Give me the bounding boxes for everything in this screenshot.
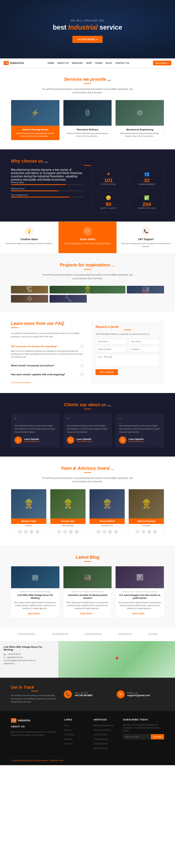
team-img-3: 👷 xyxy=(90,489,125,519)
testimonial-card-2: " Very professional Quisq ua lorem fucto… xyxy=(63,414,112,447)
nav-item-about[interactable]: About Us xyxy=(56,61,70,65)
footer-service-power[interactable]: Power & Energy xyxy=(94,733,117,736)
progress-items: Working ability Machine Power xyxy=(11,181,84,197)
nav-item-blog[interactable]: Blog xyxy=(104,61,113,65)
hero-section: We will provide the best Industrial serv… xyxy=(0,0,175,58)
google-icon[interactable]: g xyxy=(30,530,34,534)
quote-message-input[interactable] xyxy=(96,354,160,367)
project-card-5[interactable]: 🔧 xyxy=(49,295,87,303)
footer-service-chem[interactable]: Chemical Industry xyxy=(94,737,117,741)
google-icon-4[interactable]: g xyxy=(147,530,151,534)
project-card-3[interactable]: 🏭 xyxy=(127,286,164,293)
faq-question-2[interactable]: Where should I incorporate my business? … xyxy=(11,364,84,367)
logo-icon: 🏭 xyxy=(4,61,9,65)
map-pin-icon: 📍 xyxy=(113,656,120,663)
quote-submit-button[interactable]: Get a quote xyxy=(96,369,118,375)
faq-intro: You will find yourself working in a true… xyxy=(11,332,84,338)
twitter-icon-3[interactable]: t xyxy=(102,530,106,534)
quote-phone-input[interactable] xyxy=(96,346,127,352)
progress-working: Working ability xyxy=(11,181,84,185)
footer-service-mech[interactable]: Mechanical Engineering xyxy=(94,723,117,727)
nav-item-home[interactable]: Home xyxy=(46,61,56,65)
blog-card-1: 🏢 February 26 2018 · Business Technology… xyxy=(11,566,60,618)
quote-company-input[interactable] xyxy=(129,346,160,352)
feature-safety: 🛡 Super Safety Sed quis nisl risque eros… xyxy=(58,221,117,253)
feature-creative: 💡 Creative Ideas Sed quis nisl risque er… xyxy=(0,221,58,253)
team-name-1: Margerie Hyde xyxy=(11,519,46,524)
faq-toggle-3[interactable]: + xyxy=(80,373,84,376)
hero-cta-button[interactable]: Learn More + xyxy=(72,36,103,43)
phone-icon: 📞 xyxy=(4,653,6,655)
faq-toggle-1[interactable]: − xyxy=(80,345,84,348)
nav-item-contact[interactable]: Contact Us xyxy=(114,61,131,65)
read-more-2[interactable]: Read More → xyxy=(80,613,95,615)
nav-item-services[interactable]: Services xyxy=(70,61,84,65)
contact-info-panel: Loft Office With Vintage Decor For Worki… xyxy=(0,641,58,678)
footer-service-material[interactable]: Material Sourcing xyxy=(94,746,117,750)
nav-item-shop[interactable]: Shop xyxy=(84,61,94,65)
faq-question-1[interactable]: How to process the furniture for consult… xyxy=(11,345,84,348)
read-more-1[interactable]: Read More → xyxy=(28,613,42,615)
stat-number-rating: 101 xyxy=(104,178,113,183)
footer: 🏭 Industrio About us Many of our 80.5 re… xyxy=(0,711,175,765)
footer-service-civil[interactable]: Civil Engineering xyxy=(94,742,117,745)
google-icon-3[interactable]: g xyxy=(108,530,112,534)
why-description: Manufacturing industry became a key sect… xyxy=(11,168,84,181)
team-title: Team & Advisory board ... xyxy=(11,466,164,471)
linkedin-icon[interactable]: in xyxy=(35,530,40,534)
footer-service-petro[interactable]: Petroleum & Refinery xyxy=(94,728,117,732)
facebook-icon-3[interactable]: f xyxy=(96,530,101,534)
read-more-3[interactable]: Read More → xyxy=(133,613,147,615)
logo-text: Industrio xyxy=(10,61,24,65)
project-card-1[interactable]: 🏗 xyxy=(11,286,48,293)
testimonial-text-2: Very professional Quisq ua lorem fuctor … xyxy=(67,424,108,434)
shield-icon: 🛡 xyxy=(83,227,92,236)
facebook-icon[interactable]: f xyxy=(18,530,22,534)
partner-samafair: SAMAFAIR xyxy=(52,632,68,636)
twitter-icon-2[interactable]: t xyxy=(63,530,67,534)
linkedin-icon-3[interactable]: in xyxy=(114,530,118,534)
stat-label-rating: 5 Star Rating xyxy=(100,183,116,185)
footer-subscribe-text: Many of our 80.5 registered employees ar… xyxy=(123,723,164,732)
footer-link-about[interactable]: About Us xyxy=(64,728,88,732)
feature-support: 📞 24/7 Support Sed quis nisl risque eros… xyxy=(117,221,175,253)
footer-link-home[interactable]: Home xyxy=(64,723,88,727)
project-card-2[interactable]: 👷 xyxy=(49,286,126,293)
team-social-2: f t g in xyxy=(50,528,85,536)
author-role-3: Senior Architecturer xyxy=(129,440,145,442)
stat-team: 👥 32 Team Members xyxy=(130,168,164,188)
twitter-icon-4[interactable]: t xyxy=(141,530,146,534)
footer-link-contact[interactable]: Contact Us xyxy=(64,742,88,745)
footer-link-shop[interactable]: Our Shop xyxy=(64,737,88,741)
subscribe-button[interactable]: Subscribe xyxy=(151,734,164,739)
nav-item-pages[interactable]: Pages xyxy=(94,61,104,65)
stat-number-team: 32 xyxy=(144,178,149,183)
service-card-body-power: Power & Energy Sector Power & Energy Sec… xyxy=(11,126,60,140)
quote-name-input[interactable] xyxy=(96,339,127,344)
facebook-icon-4[interactable]: f xyxy=(135,530,140,534)
faq-more-link[interactable]: Get more informations + xyxy=(11,381,32,383)
faq-toggle-2[interactable]: + xyxy=(80,364,84,367)
footer-link-services[interactable]: Our Services xyxy=(64,733,88,736)
twitter-icon[interactable]: t xyxy=(24,530,28,534)
team-img-2: 👷 xyxy=(50,489,85,519)
why-left: Manufacturing industry became a key sect… xyxy=(11,168,84,200)
subscribe-input[interactable] xyxy=(123,734,151,739)
blog-meta-2: May 24 2018 · Business Consulting Financ… xyxy=(66,591,109,593)
nav-cta-button[interactable]: Get A Quote + xyxy=(153,61,171,65)
linkedin-icon-2[interactable]: in xyxy=(75,530,79,534)
git-divider xyxy=(31,691,38,691)
google-icon-2[interactable]: g xyxy=(69,530,73,534)
quote-email-input[interactable] xyxy=(129,339,160,344)
facebook-icon-2[interactable]: f xyxy=(57,530,62,534)
project-card-4[interactable]: ⚙ xyxy=(11,295,48,303)
service-card-body-petroleum: Petroleum Refinery Petroleum Refinery Ma… xyxy=(63,126,112,140)
faq-question-3[interactable]: How much should I capitalize with at the… xyxy=(11,373,84,376)
service-card-title-mechanical: Mechanical Engineering xyxy=(118,128,161,131)
quote-form: Request a Quote Fill the information det… xyxy=(91,321,164,384)
footer-bottom: © Copyright Industrio 2019. All right re… xyxy=(11,756,164,762)
quote-mark-icon-2: " xyxy=(67,417,108,423)
logo[interactable]: 🏭 Industrio xyxy=(4,61,24,65)
email-icon: ✉ xyxy=(4,656,5,658)
linkedin-icon-4[interactable]: in xyxy=(153,530,157,534)
